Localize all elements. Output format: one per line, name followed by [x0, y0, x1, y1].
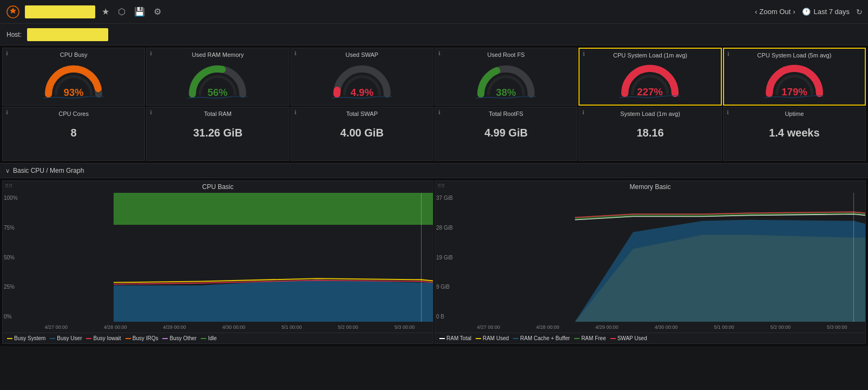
zoom-out-button[interactable]: ‹ Zoom Out › [755, 8, 795, 16]
card-info-icon: ℹ [150, 50, 152, 56]
svg-marker-8 [114, 280, 433, 322]
card-info-icon: ℹ [438, 109, 440, 115]
stats-grid: ℹCPU Busy 93% ℹUsed RAM Memory 56% ℹUsed… [0, 46, 868, 163]
card-info-icon: ℹ [583, 51, 585, 57]
legend-label: Busy Other [169, 335, 196, 341]
mem-x-label: 5/1 00:00 [714, 324, 734, 330]
card-total-rootfs: ℹTotal RootFS4.99 GiB [435, 107, 577, 161]
legend-label: Idle [208, 335, 216, 341]
section-header: ∨ Basic CPU / Mem Graph [0, 163, 868, 178]
cpu-chart-panel: ⠿⠿ CPU Basic 100%75%50%25%0% 4/27 00: [2, 180, 433, 344]
cpu-x-label: 5/1 00:00 [281, 324, 302, 330]
mem-x-label: 4/29 00:00 [595, 324, 619, 330]
cpu-chart-area: 100%75%50%25%0% 4/27 00:004/28 00:004/29… [3, 193, 433, 333]
mem-legend: RAM TotalRAM UsedRAM Cache + BufferRAM F… [435, 333, 865, 343]
cpu-x-label: 5/2 00:00 [338, 324, 359, 330]
host-label: Host: [6, 31, 22, 38]
mem-x-label: 4/30 00:00 [655, 324, 678, 330]
card-title-used-ram: Used RAM Memory [192, 51, 244, 58]
card-title-total-ram: Total RAM [204, 110, 232, 117]
legend-label: RAM Free [581, 335, 606, 341]
card-info-icon: ℹ [294, 50, 297, 56]
card-uptime: ℹUptime1.4 weeks [723, 107, 866, 161]
mem-chart-plot [459, 193, 865, 322]
cpu-y-axis: 100%75%50%25%0% [3, 193, 27, 322]
section-toggle[interactable]: ∨ [5, 167, 10, 174]
time-range-selector[interactable]: 🕐 Last 7 days [802, 8, 850, 16]
save-button[interactable]: 💾 [132, 4, 147, 19]
card-title-total-swap: Total SWAP [346, 110, 378, 117]
cpu-legend-item: Busy User [50, 335, 82, 341]
settings-button[interactable]: ⚙ [152, 4, 163, 19]
gauge-used-ram: 56% [151, 61, 284, 102]
card-title-used-root-fs: Used Root FS [488, 51, 525, 58]
stat-value-total-swap: 4.00 GiB [340, 127, 384, 139]
card-title-cpu-load-5m: CPU System Load (5m avg) [757, 52, 831, 58]
stat-value-cpu-cores: 8 [71, 127, 77, 139]
cpu-chart-svg [27, 193, 433, 322]
mem-y-label: 28 GiB [436, 225, 458, 231]
stat-value-uptime: 1.4 weeks [769, 127, 819, 139]
svg-marker-7 [114, 193, 433, 225]
card-total-ram: ℹTotal RAM31.26 GiB [146, 107, 289, 161]
cpu-x-label: 4/29 00:00 [163, 324, 186, 330]
mem-chart-area: 37 GiB28 GiB19 GiB9 GiB0 B 4/2 [435, 193, 865, 333]
card-total-swap: ℹTotal SWAP4.00 GiB [291, 107, 433, 161]
mem-legend-item: RAM Used [476, 335, 509, 341]
card-info-icon: ℹ [150, 109, 152, 115]
cpu-chart-title: CPU Basic [3, 181, 433, 193]
cpu-legend-item: Busy System [7, 335, 45, 341]
svg-text:93%: 93% [64, 87, 84, 98]
cpu-x-label: 4/28 00:00 [104, 324, 127, 330]
card-info-icon: ℹ [6, 50, 8, 56]
mem-x-axis: 4/27 00:004/28 00:004/29 00:004/30 00:00… [459, 322, 865, 333]
legend-label: Busy System [14, 335, 45, 341]
cpu-y-label: 100% [4, 195, 25, 201]
legend-label: SWAP Used [617, 335, 647, 341]
dashboard-search[interactable] [25, 5, 95, 18]
svg-text:4.9%: 4.9% [351, 87, 374, 98]
cpu-x-label: 4/30 00:00 [222, 324, 246, 330]
grafana-logo[interactable] [5, 4, 21, 20]
mem-x-label: 5/2 00:00 [771, 324, 791, 330]
card-title-cpu-cores: CPU Cores [58, 110, 89, 117]
card-sys-load-1m: ℹSystem Load (1m avg)18.16 [578, 107, 721, 161]
host-input[interactable] [27, 28, 108, 41]
mem-x-label: 4/28 00:00 [536, 324, 560, 330]
share-button[interactable]: ⬡ [116, 4, 128, 19]
gauge-used-root-fs: 38% [439, 61, 573, 102]
card-title-sys-load-1m: System Load (1m avg) [620, 110, 680, 117]
cpu-y-label: 50% [4, 255, 25, 261]
card-info-icon: ℹ [727, 109, 729, 115]
cpu-legend-item: Busy Iowait [86, 335, 121, 341]
legend-label: Busy User [57, 335, 82, 341]
card-info-icon: ℹ [6, 109, 8, 115]
svg-text:227%: 227% [637, 86, 663, 98]
mem-legend-item: RAM Free [574, 335, 606, 341]
nav-right: ‹ Zoom Out › 🕐 Last 7 days ↻ [755, 8, 863, 16]
card-used-root-fs: ℹUsed Root FS 38% [435, 48, 577, 106]
svg-text:56%: 56% [208, 87, 228, 98]
refresh-button[interactable]: ↻ [856, 8, 863, 16]
card-info-icon: ℹ [438, 50, 440, 56]
host-bar: Host: [0, 24, 868, 46]
star-button[interactable]: ★ [100, 4, 111, 19]
card-title-cpu-load-1m: CPU System Load (1m avg) [613, 52, 687, 58]
mem-chart-panel: ⠿⠿ Memory Basic 37 GiB28 GiB19 GiB9 GiB0… [435, 180, 866, 344]
stat-value-sys-load-1m: 18.16 [636, 127, 663, 139]
section-title: Basic CPU / Mem Graph [13, 167, 84, 174]
mem-legend-item: RAM Total [439, 335, 471, 341]
top-nav: ★ ⬡ 💾 ⚙ ‹ Zoom Out › 🕐 Last 7 days ↻ [0, 0, 868, 24]
cpu-x-label: 5/3 00:00 [394, 324, 415, 330]
card-cpu-busy: ℹCPU Busy 93% [2, 48, 145, 106]
mem-y-label: 9 GiB [436, 284, 458, 290]
mem-y-label: 37 GiB [436, 195, 458, 201]
mem-chart-title: Memory Basic [435, 181, 865, 193]
legend-label: RAM Cache + Buffer [520, 335, 570, 341]
gauge-used-swap: 4.9% [295, 61, 429, 102]
cpu-legend-item: Busy Other [162, 335, 196, 341]
card-cpu-load-1m: ℹCPU System Load (1m avg) 227% [578, 48, 721, 106]
mem-y-axis: 37 GiB28 GiB19 GiB9 GiB0 B [435, 193, 459, 322]
svg-text:38%: 38% [496, 87, 517, 98]
gauge-cpu-load-1m: 227% [584, 61, 716, 101]
